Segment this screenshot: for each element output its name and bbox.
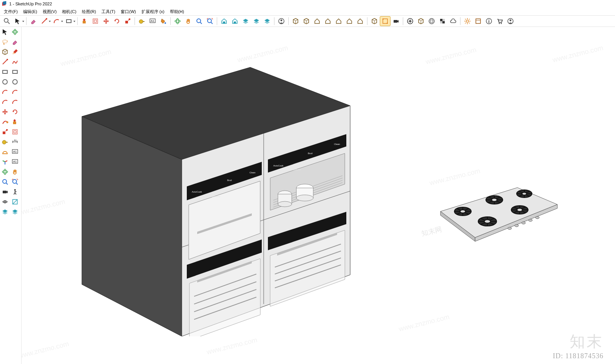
house4-icon[interactable] [344,16,355,26]
followme-icon[interactable] [0,117,10,127]
3ptarc-icon[interactable] [10,97,20,107]
axes-icon[interactable] [0,157,10,167]
arc2-icon[interactable] [0,87,10,97]
zoomext-icon[interactable] [10,177,20,187]
line2-icon[interactable] [0,57,10,67]
protractor-icon[interactable] [0,147,10,157]
cloud-icon[interactable] [448,16,459,26]
dropdown-icon[interactable] [73,18,76,24]
house5-icon[interactable] [355,16,366,26]
circle2-icon[interactable] [0,77,10,87]
svg-point-179 [529,219,532,221]
menu-draw[interactable]: 绘图(R) [80,8,98,15]
dimension-icon[interactable]: A1 [10,137,20,147]
rotate-icon[interactable] [111,16,122,26]
tape2-icon[interactable] [0,137,10,147]
scale-icon[interactable] [122,16,133,26]
menu-extensions[interactable]: 扩展程序 (x) [139,8,167,15]
pushpull2-icon[interactable] [10,117,20,127]
user-circle-icon[interactable] [276,16,287,26]
tags-blue2-icon[interactable] [10,207,20,217]
freehand-icon[interactable] [10,57,20,67]
orbit-icon[interactable] [172,16,183,26]
rect-rot-icon[interactable] [10,67,20,77]
menu-window[interactable]: 窗口(W) [118,8,138,15]
menu-file[interactable]: 文件(F) [2,8,20,15]
section-icon[interactable] [10,197,20,207]
layers2-icon[interactable] [251,16,262,26]
cube2-icon[interactable] [301,16,312,26]
pan-icon[interactable] [183,16,194,26]
orbit-small-icon[interactable] [10,27,20,37]
3dtext-icon[interactable]: A1 [10,157,20,167]
svg-point-35 [430,18,433,24]
dropdown-icon[interactable] [60,18,63,24]
zoom2-icon[interactable] [0,177,10,187]
menu-edit[interactable]: 编辑(E) [21,8,40,15]
plus-circle-icon[interactable] [405,16,416,26]
warehouse-icon[interactable] [219,16,229,26]
2ptarc-icon[interactable] [0,97,10,107]
pan2-icon[interactable] [10,167,20,177]
svg-rect-28 [387,23,388,24]
walk-icon[interactable] [10,187,20,197]
offset-icon[interactable] [90,16,101,26]
checker-icon[interactable] [437,16,448,26]
pencil-col-icon[interactable] [10,47,20,57]
scale2-icon[interactable] [0,127,10,137]
menu-help[interactable]: 帮助(H) [168,8,186,15]
box3d-icon[interactable] [416,16,426,26]
rotate2-icon[interactable] [10,107,20,117]
cube-solid-icon[interactable] [0,47,10,57]
cart-icon[interactable] [494,16,505,26]
viewport-3d[interactable]: www.znzmo.com www.znzmo.com www.znzmo.co… [22,27,615,364]
zoom-icon[interactable] [194,16,204,26]
lasso-icon[interactable] [0,37,10,47]
move-icon[interactable] [101,16,111,26]
house2-icon[interactable] [322,16,333,26]
rect2-icon[interactable] [0,67,10,77]
svg-point-114 [296,195,313,201]
window-icon[interactable] [473,16,484,26]
camera-icon[interactable] [391,16,401,26]
layers3-icon[interactable] [262,16,273,26]
info-icon[interactable] [484,16,494,26]
extension-wh-icon[interactable] [229,16,240,26]
eraser2-icon[interactable] [10,37,20,47]
menu-camera[interactable]: 相机(C) [60,8,78,15]
ext-cube-icon[interactable] [369,16,380,26]
globe-icon[interactable] [426,16,437,26]
bbox-icon[interactable] [380,16,391,26]
zoom-extents-icon[interactable] [204,16,215,26]
house-icon[interactable] [312,16,322,26]
model-gas-cooktop[interactable] [429,184,560,238]
toolbar-separator [288,17,289,25]
polygon-icon[interactable] [10,77,20,87]
paint-icon[interactable] [158,16,169,26]
pie-icon[interactable] [10,87,20,97]
menu-view[interactable]: 视图(V) [40,8,59,15]
model-kitchen-cabinet[interactable]: AutoCookBroil ConvectClean AutoCookBroil… [47,60,362,336]
cube-icon[interactable] [290,16,301,26]
dropdown-icon[interactable] [22,18,25,24]
offset2-icon[interactable] [10,127,20,137]
tags-blue-icon[interactable] [0,207,10,217]
position-cam-icon[interactable] [0,187,10,197]
search-icon[interactable] [2,16,12,26]
layers-icon[interactable] [240,16,251,26]
menu-tools[interactable]: 工具(T) [99,8,118,15]
avatar-icon[interactable] [505,16,516,26]
dropdown-icon[interactable] [48,18,51,24]
move2-icon[interactable] [0,107,10,117]
gear-icon[interactable] [462,16,473,26]
lookaround-icon[interactable] [0,197,10,207]
orbit2-icon[interactable] [0,167,10,177]
select-arrow-icon[interactable] [0,27,10,37]
eraser-icon[interactable] [28,16,39,26]
text2-icon[interactable]: A1 [10,147,20,157]
pushpull-icon[interactable] [79,16,90,26]
text-icon[interactable]: A1 [147,16,158,26]
svg-text:AutoCook: AutoCook [273,165,284,167]
tape-icon[interactable] [136,16,147,26]
house3-icon[interactable] [333,16,344,26]
